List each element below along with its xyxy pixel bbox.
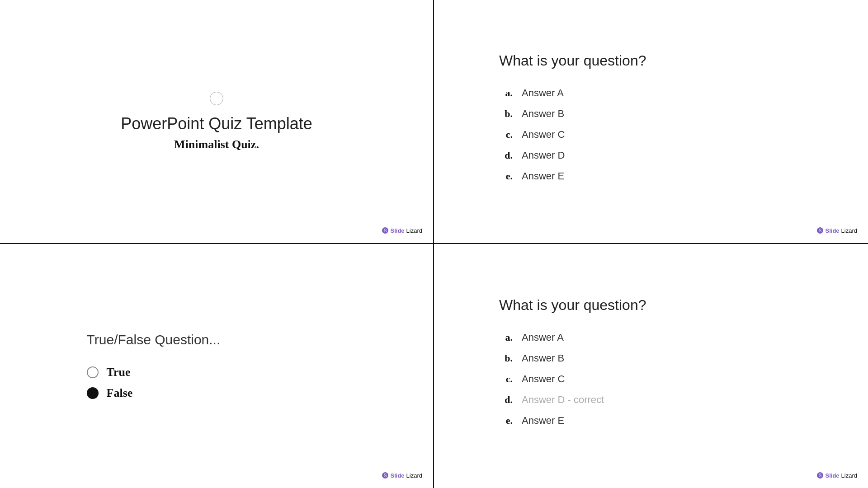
svg-text:S: S bbox=[818, 228, 821, 233]
slide-mc-top: What is your question? a. Answer A b. An… bbox=[434, 0, 868, 244]
radio-false bbox=[87, 387, 99, 399]
slidelizard-icon-br: S bbox=[816, 472, 824, 479]
answer-label-c-top: c. bbox=[499, 129, 513, 141]
tf-label-true: True bbox=[107, 366, 131, 379]
tf-area: True/False Question... True False bbox=[87, 332, 347, 400]
branding-bl: S SlideLizard bbox=[382, 472, 423, 479]
tf-question-text: True/False Question... bbox=[87, 332, 221, 347]
brand-lizard-br: Lizard bbox=[841, 472, 857, 479]
answer-item-e-bottom: e. Answer E bbox=[499, 415, 803, 427]
svg-text:S: S bbox=[818, 473, 821, 478]
brand-slide-tl: Slide bbox=[391, 227, 405, 234]
answer-text-b-top: Answer B bbox=[522, 108, 564, 120]
radio-true bbox=[87, 366, 99, 378]
answer-text-d-bottom: Answer D - correct bbox=[522, 394, 604, 406]
answer-text-a-bottom: Answer A bbox=[522, 332, 564, 343]
answer-label-e-bottom: e. bbox=[499, 415, 513, 427]
tf-options-list: True False bbox=[87, 366, 133, 400]
brand-lizard-bl: Lizard bbox=[406, 472, 422, 479]
slide-grid: PowerPoint Quiz Template Minimalist Quiz… bbox=[0, 0, 868, 488]
svg-text:S: S bbox=[383, 228, 387, 233]
answer-item-a-bottom: a. Answer A bbox=[499, 332, 803, 343]
brand-slide-tr: Slide bbox=[826, 227, 840, 234]
answer-label-d-bottom: d. bbox=[499, 394, 513, 406]
answer-item-b-top: b. Answer B bbox=[499, 108, 803, 120]
question-area-bottom: What is your question? a. Answer A b. An… bbox=[499, 297, 803, 436]
brand-slide-bl: Slide bbox=[391, 472, 405, 479]
answer-item-c-bottom: c. Answer C bbox=[499, 373, 803, 385]
question-text-bottom: What is your question? bbox=[499, 297, 646, 314]
answer-text-a-top: Answer A bbox=[522, 87, 564, 99]
answer-text-c-top: Answer C bbox=[522, 129, 565, 141]
slide-mc-bottom: What is your question? a. Answer A b. An… bbox=[434, 244, 868, 488]
question-text-top: What is your question? bbox=[499, 52, 646, 69]
brand-lizard-tr: Lizard bbox=[841, 227, 857, 234]
slidelizard-icon-tl: S bbox=[382, 227, 389, 234]
branding-tl: S SlideLizard bbox=[382, 227, 423, 234]
branding-tr: S SlideLizard bbox=[816, 227, 858, 234]
answer-item-c-top: c. Answer C bbox=[499, 129, 803, 141]
question-area-top: What is your question? a. Answer A b. An… bbox=[499, 52, 803, 191]
circle-decoration bbox=[210, 92, 223, 105]
slide-main-title: PowerPoint Quiz Template bbox=[121, 114, 312, 133]
answer-item-d-bottom: d. Answer D - correct bbox=[499, 394, 803, 406]
slide-subtitle: Minimalist Quiz. bbox=[174, 138, 259, 151]
brand-lizard-tl: Lizard bbox=[406, 227, 422, 234]
svg-text:S: S bbox=[383, 473, 387, 478]
answer-text-c-bottom: Answer C bbox=[522, 373, 565, 385]
answer-label-a-bottom: a. bbox=[499, 332, 513, 343]
answer-label-d-top: d. bbox=[499, 150, 513, 161]
answer-text-e-top: Answer E bbox=[522, 170, 564, 182]
answer-label-c-bottom: c. bbox=[499, 373, 513, 385]
answer-text-b-bottom: Answer B bbox=[522, 352, 564, 364]
tf-label-false: False bbox=[107, 386, 133, 400]
answer-text-d-top: Answer D bbox=[522, 150, 565, 161]
answer-list-bottom: a. Answer A b. Answer B c. Answer C d. A… bbox=[499, 332, 803, 436]
slidelizard-icon-bl: S bbox=[382, 472, 389, 479]
answer-label-b-top: b. bbox=[499, 108, 513, 120]
answer-item-a-top: a. Answer A bbox=[499, 87, 803, 99]
answer-label-e-top: e. bbox=[499, 170, 513, 182]
slide-title-quadrant: PowerPoint Quiz Template Minimalist Quiz… bbox=[0, 0, 434, 244]
slide-tf: True/False Question... True False S Slid… bbox=[0, 244, 434, 488]
answer-list-top: a. Answer A b. Answer B c. Answer C d. A… bbox=[499, 87, 803, 191]
answer-item-e-top: e. Answer E bbox=[499, 170, 803, 182]
branding-br: S SlideLizard bbox=[816, 472, 858, 479]
brand-slide-br: Slide bbox=[826, 472, 840, 479]
tf-option-false: False bbox=[87, 386, 133, 400]
answer-label-b-bottom: b. bbox=[499, 352, 513, 364]
answer-item-d-top: d. Answer D bbox=[499, 150, 803, 161]
answer-label-a-top: a. bbox=[499, 87, 513, 99]
tf-option-true: True bbox=[87, 366, 133, 379]
answer-item-b-bottom: b. Answer B bbox=[499, 352, 803, 364]
slidelizard-icon-tr: S bbox=[816, 227, 824, 234]
answer-text-e-bottom: Answer E bbox=[522, 415, 564, 427]
